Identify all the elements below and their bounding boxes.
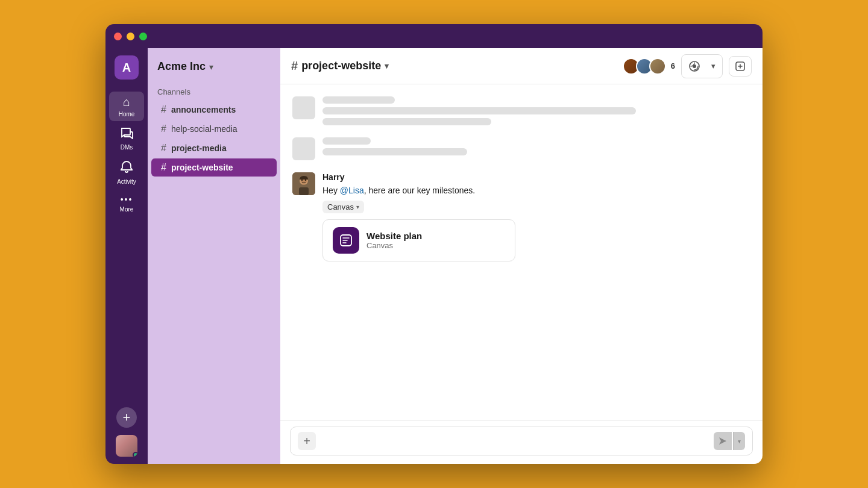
svg-rect-8 bbox=[299, 187, 309, 195]
home-icon: ⌂ bbox=[123, 95, 130, 109]
maximize-button[interactable] bbox=[139, 33, 147, 40]
channel-hash-icon: # bbox=[291, 59, 298, 73]
message-harry: Harry Hey @Lisa, here are our key milest… bbox=[292, 172, 750, 261]
channel-item-help-social-media[interactable]: # help-social-media bbox=[151, 120, 277, 138]
canvas-card[interactable]: Website plan Canvas bbox=[322, 219, 515, 261]
workspace-dropdown-icon: ▾ bbox=[209, 62, 213, 72]
workspace-name: Acme Inc bbox=[157, 60, 206, 73]
skeleton-line bbox=[322, 118, 491, 125]
canvas-tag[interactable]: Canvas ▾ bbox=[322, 201, 364, 213]
skeleton-message-2 bbox=[292, 137, 750, 160]
channel-name-label: project-website bbox=[301, 60, 381, 72]
svg-point-6 bbox=[301, 180, 303, 181]
close-button[interactable] bbox=[114, 33, 122, 40]
svg-point-7 bbox=[305, 180, 306, 181]
skeleton-avatar bbox=[292, 137, 315, 160]
hash-icon: # bbox=[161, 124, 166, 134]
channel-name: help-social-media bbox=[171, 124, 237, 134]
sidebar-item-activity[interactable]: Activity bbox=[109, 157, 144, 189]
canvas-card-title: Website plan bbox=[366, 231, 422, 241]
skeleton-lines bbox=[322, 137, 750, 155]
minimize-button[interactable] bbox=[127, 33, 134, 40]
header-actions: ▾ bbox=[681, 54, 723, 78]
skeleton-line bbox=[322, 107, 636, 114]
input-bar: + ▾ bbox=[280, 420, 763, 464]
canvas-card-subtitle: Canvas bbox=[366, 241, 422, 250]
chat-header: # project-website ▾ 6 bbox=[280, 48, 763, 84]
channel-name: project-media bbox=[171, 143, 227, 153]
icon-sidebar: A ⌂ Home DMs bbox=[105, 48, 148, 464]
canvas-tag-label: Canvas bbox=[327, 202, 354, 211]
harry-avatar bbox=[292, 172, 315, 195]
message-sender: Harry bbox=[322, 172, 750, 182]
dms-icon bbox=[120, 127, 133, 142]
more-icon: ••• bbox=[121, 195, 133, 204]
title-bar bbox=[105, 24, 763, 48]
messages-area: Harry Hey @Lisa, here are our key milest… bbox=[280, 84, 763, 420]
sidebar-item-dms[interactable]: DMs bbox=[109, 124, 144, 154]
channel-dropdown-icon[interactable]: ▾ bbox=[385, 61, 389, 70]
workspace-header[interactable]: Acme Inc ▾ bbox=[148, 55, 280, 83]
skeleton-lines bbox=[322, 96, 750, 125]
mention[interactable]: @Lisa bbox=[340, 186, 364, 195]
send-group: ▾ bbox=[714, 432, 745, 450]
add-workspace-button[interactable]: + bbox=[116, 407, 137, 428]
channel-item-project-website[interactable]: # project-website bbox=[151, 158, 277, 177]
canvas-card-text: Website plan Canvas bbox=[366, 231, 422, 250]
send-button[interactable] bbox=[714, 432, 732, 450]
huddle-button[interactable] bbox=[683, 56, 706, 77]
skeleton-line bbox=[322, 137, 371, 145]
hash-icon: # bbox=[161, 143, 166, 154]
member-count: 6 bbox=[671, 61, 675, 70]
channel-sidebar: Acme Inc ▾ Channels # announcements # he… bbox=[148, 48, 280, 464]
bell-icon bbox=[120, 160, 133, 177]
canvas-tag-arrow-icon: ▾ bbox=[356, 204, 359, 210]
app-window: A ⌂ Home DMs bbox=[105, 24, 763, 464]
sidebar-item-dms-label: DMs bbox=[121, 144, 133, 151]
workspace-avatar[interactable]: A bbox=[115, 55, 139, 80]
chat-area: # project-website ▾ 6 bbox=[280, 48, 763, 464]
message-input[interactable] bbox=[321, 436, 709, 446]
canvas-card-icon bbox=[333, 227, 359, 254]
message-text: Hey @Lisa, here are our key milestones. bbox=[322, 184, 750, 197]
skeleton-line bbox=[322, 96, 395, 104]
channel-name: project-website bbox=[171, 163, 233, 172]
sidebar-item-more[interactable]: ••• More bbox=[109, 191, 144, 216]
hash-icon: # bbox=[161, 162, 166, 173]
hash-icon: # bbox=[161, 104, 166, 115]
message-content: Harry Hey @Lisa, here are our key milest… bbox=[322, 172, 750, 261]
send-dropdown-button[interactable]: ▾ bbox=[733, 432, 745, 450]
skeleton-message-1 bbox=[292, 96, 750, 125]
message-text-after: , here are our key milestones. bbox=[364, 186, 475, 195]
online-status-dot bbox=[133, 452, 137, 457]
header-more-button[interactable]: ▾ bbox=[706, 57, 721, 75]
skeleton-avatar bbox=[292, 96, 315, 119]
user-avatar[interactable] bbox=[116, 435, 137, 457]
channels-section-label: Channels bbox=[148, 83, 280, 100]
add-canvas-button[interactable] bbox=[729, 56, 752, 77]
chat-channel-title: # project-website ▾ bbox=[291, 59, 389, 73]
sidebar-item-home[interactable]: ⌂ Home bbox=[109, 92, 144, 121]
channel-name: announcements bbox=[171, 105, 236, 114]
member-avatars[interactable]: 6 bbox=[623, 58, 675, 75]
main-area: A ⌂ Home DMs bbox=[105, 48, 763, 464]
sidebar-item-home-label: Home bbox=[119, 111, 135, 117]
channel-item-project-media[interactable]: # project-media bbox=[151, 139, 277, 157]
skeleton-line bbox=[322, 148, 467, 155]
message-input-container: + ▾ bbox=[290, 427, 753, 455]
member-avatar-3 bbox=[649, 58, 666, 75]
channel-item-announcements[interactable]: # announcements bbox=[151, 101, 277, 119]
sidebar-item-activity-label: Activity bbox=[117, 178, 136, 185]
sidebar-item-more-label: More bbox=[120, 206, 134, 213]
attach-button[interactable]: + bbox=[298, 432, 316, 450]
message-text-before: Hey bbox=[322, 186, 340, 195]
